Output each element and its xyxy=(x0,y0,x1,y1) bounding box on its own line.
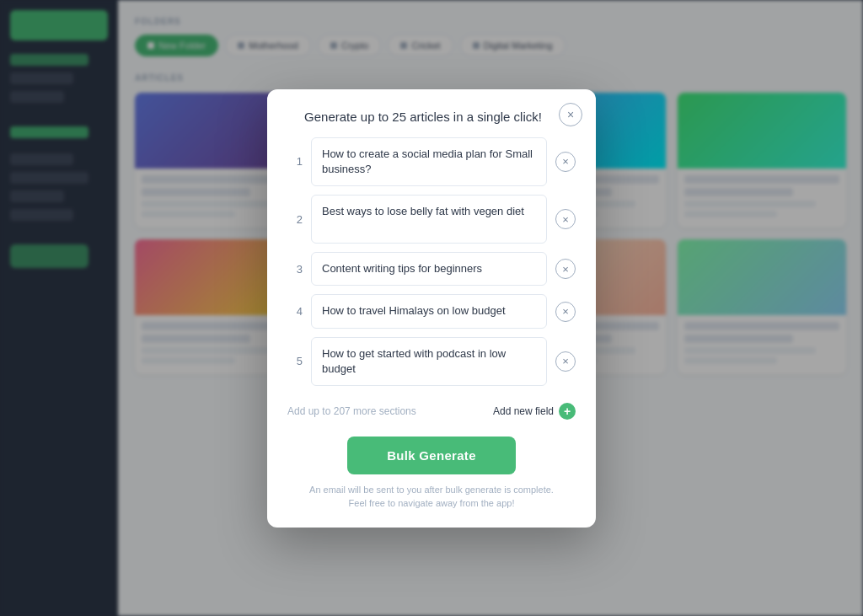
bulk-generate-button[interactable]: Bulk Generate xyxy=(347,437,516,474)
field-row-5: 5 How to get started with podcast in low… xyxy=(287,337,576,386)
modal-generate-section: Bulk Generate An email will be sent to y… xyxy=(267,425,596,528)
field-input-2[interactable]: Best ways to lose belly fat with vegen d… xyxy=(311,195,547,244)
modal-close-button[interactable]: × xyxy=(559,103,582,126)
modal-overlay: Generate up to 25 articles in a single c… xyxy=(0,0,863,616)
add-new-field-button[interactable]: Add new field + xyxy=(493,403,576,420)
field-number-1: 1 xyxy=(287,155,303,168)
field-number-4: 4 xyxy=(287,305,303,318)
field-remove-button-4[interactable]: × xyxy=(555,302,576,322)
field-input-3[interactable] xyxy=(311,252,547,286)
add-more-text: Add up to 207 more sections xyxy=(287,405,416,417)
field-input-1[interactable]: How to create a social media plan for Sm… xyxy=(311,137,547,186)
modal-note: An email will be sent to you after bulk … xyxy=(309,483,554,511)
add-icon: + xyxy=(559,403,576,420)
add-new-field-label: Add new field xyxy=(493,405,554,417)
modal-body: 1 How to create a social media plan for … xyxy=(267,137,596,394)
modal-note-line1: An email will be sent to you after bulk … xyxy=(309,485,554,495)
bulk-generate-modal: Generate up to 25 articles in a single c… xyxy=(267,89,596,528)
field-row-1: 1 How to create a social media plan for … xyxy=(287,137,576,186)
modal-title: Generate up to 25 articles in a single c… xyxy=(287,110,576,124)
field-number-3: 3 xyxy=(287,263,303,276)
field-remove-button-1[interactable]: × xyxy=(555,152,576,172)
field-row-2: 2 Best ways to lose belly fat with vegen… xyxy=(287,195,576,244)
field-number-5: 5 xyxy=(287,355,303,367)
modal-footer-actions: Add up to 207 more sections Add new fiel… xyxy=(267,394,596,425)
field-row-3: 3 × xyxy=(287,252,576,286)
field-input-4[interactable] xyxy=(311,294,547,328)
field-remove-button-3[interactable]: × xyxy=(555,259,576,279)
modal-header: Generate up to 25 articles in a single c… xyxy=(267,89,596,137)
modal-note-line2: Feel free to navigate away from the app! xyxy=(349,498,515,508)
field-number-2: 2 xyxy=(287,213,303,226)
field-row-4: 4 × xyxy=(287,294,576,328)
field-remove-button-5[interactable]: × xyxy=(555,351,576,372)
field-remove-button-2[interactable]: × xyxy=(555,209,576,229)
field-input-5[interactable]: How to get started with podcast in low b… xyxy=(311,337,547,386)
